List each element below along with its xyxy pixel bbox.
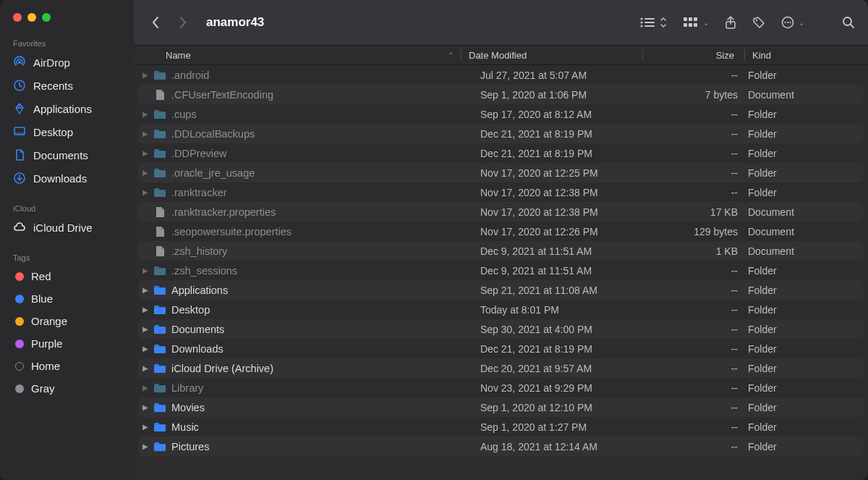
svg-rect-13 [694, 17, 697, 21]
column-size-header[interactable]: Size [650, 50, 744, 61]
svg-rect-6 [644, 18, 655, 20]
file-row[interactable]: ▶.seopowersuite.propertiesNov 17, 2020 a… [138, 222, 864, 241]
search-button[interactable] [842, 14, 855, 31]
file-date: Nov 17, 2020 at 12:25 PM [480, 167, 654, 179]
sidebar-item[interactable]: AirDrop [0, 51, 134, 74]
disclosure-triangle-icon[interactable]: ▶ [140, 110, 151, 118]
action-button[interactable]: ⌄ [781, 14, 804, 31]
file-row[interactable]: ▶.zsh_sessionsDec 9, 2021 at 11:51 AM--F… [138, 261, 864, 280]
sidebar-item-label: Documents [33, 149, 88, 161]
file-row[interactable]: ▶MusicSep 1, 2020 at 1:27 PM--Folder [138, 417, 864, 437]
file-kind: Document [748, 245, 864, 257]
file-name: .DDLocalBackups [171, 128, 480, 140]
disclosure-triangle-icon[interactable]: ▶ [140, 384, 151, 392]
disclosure-triangle-icon[interactable]: ▶ [140, 403, 151, 411]
column-name-header[interactable]: Name ⌃ [166, 50, 461, 61]
sidebar-item[interactable]: Orange [0, 310, 134, 332]
file-size: -- [654, 382, 748, 394]
sidebar-item-label: Home [31, 360, 60, 372]
back-button[interactable] [147, 14, 164, 31]
file-row[interactable]: ▶LibraryNov 23, 2021 at 9:29 PM--Folder [138, 378, 864, 397]
file-row[interactable]: ▶.zsh_historyDec 9, 2021 at 11:51 AM1 KB… [138, 241, 864, 261]
disclosure-triangle-icon[interactable]: ▶ [140, 364, 151, 372]
file-name: iCloud Drive (Archive) [171, 363, 480, 374]
disclosure-triangle-icon[interactable]: ▶ [140, 423, 151, 431]
sidebar-item[interactable]: iCloud Drive [0, 216, 134, 239]
file-row[interactable]: ▶MoviesSep 1, 2020 at 12:10 PM--Folder [138, 397, 864, 417]
group-by-button[interactable]: ⌄ [683, 14, 709, 31]
view-list-button[interactable] [639, 14, 667, 31]
disclosure-triangle-icon[interactable]: ▶ [140, 286, 151, 294]
file-row[interactable]: ▶.cupsSep 17, 2020 at 8:12 AM--Folder [138, 104, 864, 124]
disclosure-triangle-icon[interactable]: ▶ [140, 345, 151, 353]
disclosure-triangle-icon[interactable]: ▶ [140, 266, 151, 274]
file-date: Nov 17, 2020 at 12:38 PM [480, 187, 654, 198]
disclosure-triangle-icon[interactable]: ▶ [140, 306, 151, 313]
sidebar-item[interactable]: Desktop [0, 120, 134, 143]
file-row[interactable]: ▶.DDLocalBackupsDec 21, 2021 at 8:19 PM-… [138, 124, 864, 143]
sidebar-item[interactable]: Documents [0, 143, 134, 167]
sidebar-section-title: Favorites [0, 35, 134, 51]
disclosure-triangle-icon[interactable]: ▶ [140, 188, 151, 196]
file-size: -- [654, 363, 748, 374]
minimize-window-button[interactable] [27, 13, 36, 22]
close-window-button[interactable] [13, 13, 22, 22]
file-row[interactable]: ▶.CFUserTextEncodingSep 1, 2020 at 1:06 … [138, 85, 864, 104]
disclosure-triangle-icon[interactable]: ▶ [140, 442, 151, 450]
file-name: .zsh_sessions [171, 265, 480, 277]
tag-dot-icon [15, 384, 24, 393]
file-row[interactable]: ▶iCloud Drive (Archive)Dec 20, 2021 at 9… [138, 358, 864, 378]
fullscreen-window-button[interactable] [42, 13, 51, 22]
column-date-header[interactable]: Date Modified [469, 50, 642, 61]
sidebar-item[interactable]: Blue [0, 287, 134, 310]
file-row[interactable]: ▶.oracle_jre_usageNov 17, 2020 at 12:25 … [138, 163, 864, 182]
file-row[interactable]: ▶DesktopToday at 8:01 PM--Folder [138, 300, 864, 319]
sidebar-item[interactable]: Recents [0, 74, 134, 97]
sidebar-item[interactable]: Purple [0, 332, 134, 355]
download-icon [13, 172, 26, 185]
column-separator [461, 49, 461, 61]
file-size: -- [654, 402, 748, 413]
chevron-down-icon: ⌄ [703, 19, 709, 27]
file-size: -- [654, 324, 748, 335]
file-row[interactable]: ▶.ranktracker.propertiesNov 17, 2020 at … [138, 202, 864, 222]
disclosure-triangle-icon[interactable]: ▶ [140, 71, 151, 79]
folder-icon [153, 68, 167, 83]
file-row[interactable]: ▶.androidJul 27, 2021 at 5:07 AM--Folder [138, 65, 864, 85]
svg-rect-12 [689, 17, 692, 21]
svg-point-21 [787, 22, 788, 23]
file-name: .zsh_history [171, 245, 480, 257]
share-button[interactable] [725, 14, 736, 31]
file-row[interactable]: ▶PicturesAug 18, 2021 at 12:14 AM--Folde… [138, 437, 864, 456]
file-row[interactable]: ▶.DDPreviewDec 21, 2021 at 8:19 PM--Fold… [138, 143, 864, 163]
desktop-icon [13, 125, 26, 138]
sidebar-item[interactable]: Home [0, 355, 134, 377]
file-row[interactable]: ▶ApplicationsSep 21, 2021 at 11:08 AM--F… [138, 280, 864, 300]
tags-button[interactable] [752, 14, 765, 31]
file-row[interactable]: ▶.ranktrackerNov 17, 2020 at 12:38 PM--F… [138, 182, 864, 202]
disclosure-triangle-icon[interactable]: ▶ [140, 130, 151, 138]
finder-window: FavoritesAirDropRecentsApplicationsDeskt… [0, 0, 868, 480]
column-separator [744, 49, 745, 61]
sidebar-item[interactable]: Applications [0, 97, 134, 120]
file-size: -- [654, 265, 748, 277]
sidebar-item[interactable]: Red [0, 265, 134, 287]
file-date: Sep 30, 2021 at 4:00 PM [480, 324, 654, 335]
file-date: Dec 21, 2021 at 8:19 PM [480, 148, 654, 159]
forward-button[interactable] [174, 14, 192, 31]
column-kind-header[interactable]: Kind [752, 50, 868, 61]
sidebar-item[interactable]: Downloads [0, 167, 134, 190]
disclosure-triangle-icon[interactable]: ▶ [140, 149, 151, 157]
svg-rect-10 [644, 25, 655, 27]
disclosure-triangle-icon[interactable]: ▶ [140, 169, 151, 177]
file-kind: Folder [748, 343, 864, 355]
svg-rect-15 [689, 23, 692, 27]
folder-icon [153, 439, 167, 454]
file-row[interactable]: ▶DocumentsSep 30, 2021 at 4:00 PM--Folde… [138, 319, 864, 339]
file-row[interactable]: ▶DownloadsDec 21, 2021 at 8:19 PM--Folde… [138, 339, 864, 358]
svg-point-5 [641, 18, 643, 20]
svg-rect-11 [684, 17, 687, 21]
disclosure-triangle-icon[interactable]: ▶ [140, 325, 151, 333]
tag-dot-icon [15, 295, 24, 303]
sidebar-item[interactable]: Gray [0, 377, 134, 400]
